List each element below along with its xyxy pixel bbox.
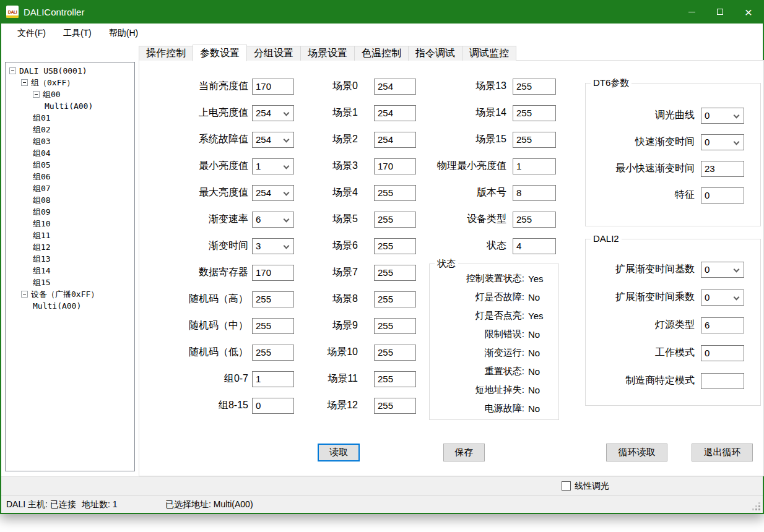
dt6-input-2[interactable]: 23 bbox=[701, 161, 744, 177]
scene-input-12[interactable]: 255 bbox=[374, 398, 416, 414]
collapse-icon[interactable] bbox=[21, 79, 28, 86]
menu-item-1[interactable]: 工具(T) bbox=[54, 24, 100, 43]
scene-input-6[interactable]: 255 bbox=[374, 238, 416, 254]
dali2-input-4[interactable] bbox=[701, 373, 744, 389]
tab-6[interactable]: 调试监控 bbox=[462, 46, 516, 61]
tree-node[interactable]: 组03 bbox=[6, 135, 134, 147]
exit-loop-button[interactable]: 退出循环 bbox=[692, 444, 753, 461]
scene2-input-5[interactable]: 255 bbox=[513, 212, 556, 228]
chevron-down-icon bbox=[734, 266, 740, 272]
param-label-4: 最大亮度值 bbox=[150, 186, 248, 199]
minimize-button[interactable] bbox=[677, 0, 706, 24]
collapse-icon[interactable] bbox=[9, 67, 16, 74]
tree-node[interactable]: 组14 bbox=[6, 265, 134, 277]
scene2-input-3[interactable]: 1 bbox=[513, 158, 556, 174]
scene-input-8[interactable]: 255 bbox=[374, 291, 416, 307]
status-groupbox: 状态 控制装置状态:Yes灯是否故障:No灯是否点亮:Yes限制错误:No渐变运… bbox=[429, 264, 559, 420]
scene2-input-4[interactable]: 8 bbox=[513, 185, 556, 201]
param-input-8[interactable]: 255 bbox=[252, 291, 294, 307]
maximize-button[interactable] bbox=[706, 0, 734, 24]
tree-node[interactable]: 组09 bbox=[6, 206, 134, 218]
device-tree[interactable]: DALI USB(0001)组（0xFF）组00Multi(A00)组01组02… bbox=[5, 62, 135, 471]
tree-node[interactable]: 组00 bbox=[6, 88, 134, 100]
scene-input-3[interactable]: 170 bbox=[374, 158, 416, 174]
scene2-input-2[interactable]: 255 bbox=[513, 132, 556, 148]
tree-node[interactable]: 组10 bbox=[6, 218, 134, 230]
param-input-9[interactable]: 255 bbox=[252, 318, 294, 334]
tree-node[interactable]: 组07 bbox=[6, 182, 134, 194]
param-input-10[interactable]: 255 bbox=[252, 345, 294, 361]
scene-input-9[interactable]: 255 bbox=[374, 318, 416, 334]
scene-label-7: 场景7 bbox=[299, 266, 358, 279]
read-button[interactable]: 读取 bbox=[318, 444, 360, 461]
resize-grip-icon[interactable] bbox=[752, 502, 760, 510]
tree-node[interactable]: 组04 bbox=[6, 147, 134, 159]
tree-node[interactable]: 组15 bbox=[6, 277, 134, 288]
menu-item-2[interactable]: 帮助(H) bbox=[100, 24, 147, 43]
param-input-0[interactable]: 170 bbox=[252, 79, 294, 95]
scene2-label-3: 物理最小亮度值 bbox=[410, 160, 506, 173]
tree-node[interactable]: 组05 bbox=[6, 159, 134, 171]
param-row: 最小亮度值1 bbox=[150, 153, 294, 179]
close-button[interactable]: × bbox=[734, 0, 763, 24]
scene-input-0[interactable]: 254 bbox=[374, 79, 416, 95]
param-combo-4[interactable]: 254 bbox=[252, 185, 294, 201]
param-combo-1[interactable]: 254 bbox=[252, 105, 294, 121]
param-input-12[interactable]: 0 bbox=[252, 398, 294, 414]
dt6-combo-1[interactable]: 0 bbox=[701, 134, 744, 150]
menu-bar: 文件(F)工具(T)帮助(H) bbox=[1, 24, 763, 43]
param-input-11[interactable]: 1 bbox=[252, 371, 294, 387]
tree-node[interactable]: DALI USB(0001) bbox=[6, 65, 134, 77]
scene-input-11[interactable]: 255 bbox=[374, 371, 416, 387]
tree-node[interactable]: 设备（广播0xFF） bbox=[6, 288, 134, 300]
scene2-input-0[interactable]: 255 bbox=[513, 79, 556, 95]
tab-5[interactable]: 指令调试 bbox=[408, 46, 462, 61]
scene-input-1[interactable]: 254 bbox=[374, 105, 416, 121]
collapse-icon[interactable] bbox=[33, 91, 40, 98]
collapse-icon[interactable] bbox=[21, 291, 28, 298]
param-combo-2[interactable]: 254 bbox=[252, 132, 294, 148]
tree-node[interactable]: 组02 bbox=[6, 124, 134, 135]
dt6-combo-0[interactable]: 0 bbox=[701, 108, 744, 124]
combo-value: 3 bbox=[256, 239, 261, 254]
tree-node[interactable]: Multi(A00) bbox=[6, 100, 134, 112]
tree-node[interactable]: Multi(A00) bbox=[6, 300, 134, 312]
tree-node[interactable]: 组06 bbox=[6, 171, 134, 182]
tree-node[interactable]: 组11 bbox=[6, 230, 134, 241]
menu-item-0[interactable]: 文件(F) bbox=[9, 24, 54, 43]
save-button[interactable]: 保存 bbox=[443, 444, 485, 461]
dali2-combo-1[interactable]: 0 bbox=[701, 290, 744, 306]
tree-node-label: 组04 bbox=[33, 148, 51, 159]
linear-dimming-checkbox[interactable] bbox=[562, 481, 571, 491]
dali2-input-3[interactable]: 0 bbox=[701, 345, 744, 361]
tab-3[interactable]: 场景设置 bbox=[300, 46, 355, 61]
scene2-input-6[interactable]: 4 bbox=[513, 238, 556, 254]
param-input-7[interactable]: 170 bbox=[252, 265, 294, 281]
tab-4[interactable]: 色温控制 bbox=[354, 46, 409, 61]
scene-input-2[interactable]: 254 bbox=[374, 132, 416, 148]
tree-node-label: 组02 bbox=[33, 124, 51, 135]
scene-input-5[interactable]: 255 bbox=[374, 212, 416, 228]
tree-node[interactable]: 组08 bbox=[6, 194, 134, 206]
scene2-input-1[interactable]: 255 bbox=[513, 105, 556, 121]
tree-node[interactable]: 组（0xFF） bbox=[6, 77, 134, 88]
scene-input-10[interactable]: 255 bbox=[374, 345, 416, 361]
status-value-0: Yes bbox=[528, 273, 543, 284]
dali2-combo-0[interactable]: 0 bbox=[701, 262, 744, 278]
tab-0[interactable]: 操作控制 bbox=[139, 46, 193, 61]
param-combo-3[interactable]: 1 bbox=[252, 158, 294, 174]
loop-read-button[interactable]: 循环读取 bbox=[606, 444, 667, 461]
tab-2[interactable]: 分组设置 bbox=[246, 46, 301, 61]
tree-node-label: 组14 bbox=[33, 265, 51, 277]
dt6-input-3[interactable]: 0 bbox=[701, 187, 744, 204]
param-combo-5[interactable]: 6 bbox=[252, 212, 294, 228]
tree-node[interactable]: 组12 bbox=[6, 241, 134, 253]
param-combo-6[interactable]: 3 bbox=[252, 238, 294, 254]
dali2-input-2[interactable]: 6 bbox=[701, 317, 744, 333]
scene-input-4[interactable]: 255 bbox=[374, 185, 416, 201]
scene-input-7[interactable]: 255 bbox=[374, 265, 416, 281]
tab-1[interactable]: 参数设置 bbox=[193, 45, 247, 61]
tree-node[interactable]: 组01 bbox=[6, 112, 134, 124]
status-label-7: 电源故障: bbox=[430, 403, 524, 414]
tree-node[interactable]: 组13 bbox=[6, 253, 134, 265]
